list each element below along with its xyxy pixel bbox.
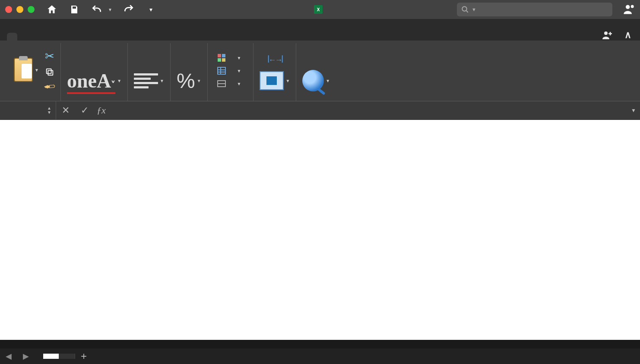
- clipboard-group: ▼ ✂ 🖌: [8, 43, 61, 101]
- sheet-tab-evaluation-warning[interactable]: [59, 354, 75, 359]
- titlebar: ▼ ▾ X ▼: [0, 0, 640, 19]
- close-window-button[interactable]: [5, 6, 12, 13]
- cells-button[interactable]: ▼: [260, 66, 290, 95]
- tab-data[interactable]: [132, 33, 143, 41]
- tab-formulas[interactable]: [107, 33, 117, 41]
- redo-icon[interactable]: [123, 3, 135, 16]
- chevron-down-icon: ▼: [237, 82, 241, 86]
- tab-draw[interactable]: [57, 33, 67, 41]
- svg-rect-10: [218, 67, 225, 74]
- svg-rect-4: [48, 70, 53, 75]
- svg-rect-5: [47, 69, 51, 73]
- svg-rect-7: [222, 54, 225, 57]
- alignment-button[interactable]: ▼: [134, 66, 164, 95]
- search-icon: [461, 6, 469, 13]
- svg-point-1: [626, 5, 630, 9]
- add-sheet-button[interactable]: +: [75, 350, 92, 362]
- formula-bar: ▲▼ ✕ ✓ ƒx ▼: [0, 101, 640, 120]
- chevron-down-icon[interactable]: ▼: [47, 110, 51, 115]
- undo-icon[interactable]: [91, 3, 103, 16]
- search-input[interactable]: [479, 4, 608, 15]
- svg-point-3: [604, 31, 608, 35]
- format-as-table-button[interactable]: ▼: [216, 66, 241, 76]
- alignment-group: ▼: [128, 43, 171, 101]
- svg-point-2: [631, 5, 634, 8]
- sheet-tab-sheet1[interactable]: [43, 354, 59, 359]
- fullscreen-window-button[interactable]: [28, 6, 35, 13]
- number-group: %▼: [171, 43, 208, 101]
- sheet-tab-bar: ◀ ▶ +: [0, 348, 640, 364]
- customize-toolbar-icon[interactable]: ▾: [145, 3, 157, 16]
- paste-button[interactable]: ▼: [14, 56, 39, 84]
- ribbon: ▼ ✂ 🖌 oneA˅▼ ▼ %▼ ▼: [0, 41, 640, 101]
- editing-button[interactable]: ▼: [302, 66, 330, 95]
- cut-icon[interactable]: ✂: [45, 50, 54, 63]
- styles-group: ▼ ▼ ▼: [208, 43, 254, 101]
- save-icon[interactable]: [68, 3, 80, 16]
- account-icon[interactable]: [623, 3, 635, 16]
- sheet-nav-prev[interactable]: ◀: [0, 351, 17, 361]
- tab-insert[interactable]: [32, 33, 42, 41]
- home-icon[interactable]: [46, 3, 58, 16]
- search-box[interactable]: ▼: [457, 3, 612, 16]
- chevron-down-icon: ▼: [237, 56, 241, 60]
- font-group: oneA˅▼: [61, 43, 128, 101]
- undo-dropdown-icon[interactable]: ▼: [108, 7, 112, 12]
- chevron-down-icon: ▼: [237, 69, 241, 73]
- accept-formula-button[interactable]: ✓: [75, 105, 94, 116]
- autofit-icon: ꟾ←→ꟾ: [267, 55, 282, 65]
- name-box[interactable]: ▲▼: [0, 101, 56, 119]
- svg-rect-8: [218, 58, 221, 62]
- cells-group: ꟾ←→ꟾ ▼: [253, 43, 296, 101]
- tab-page-layout[interactable]: [82, 33, 92, 41]
- editing-group: ▼: [296, 43, 336, 101]
- collapse-ribbon-icon[interactable]: ∧: [624, 29, 631, 41]
- copy-icon[interactable]: [45, 67, 54, 77]
- tab-home[interactable]: [7, 33, 17, 41]
- search-dropdown-icon[interactable]: ▼: [472, 7, 476, 12]
- excel-file-icon: X: [314, 5, 323, 14]
- svg-rect-9: [222, 58, 225, 62]
- cell-styles-button[interactable]: ▼: [216, 78, 241, 89]
- expand-formula-bar-icon[interactable]: ▼: [627, 107, 640, 113]
- cancel-formula-button[interactable]: ✕: [56, 105, 75, 116]
- fx-icon[interactable]: ƒx: [94, 105, 108, 116]
- window-controls: [5, 6, 35, 13]
- format-painter-icon[interactable]: 🖌: [42, 79, 57, 94]
- conditional-formatting-button[interactable]: ▼: [216, 53, 241, 63]
- tab-review[interactable]: [157, 33, 168, 41]
- svg-rect-6: [218, 54, 221, 57]
- ribbon-tabs: ∧: [0, 19, 640, 41]
- document-title: X: [314, 5, 326, 14]
- share-button[interactable]: [602, 30, 616, 40]
- formula-input[interactable]: [108, 101, 627, 119]
- number-button[interactable]: %▼: [177, 66, 201, 95]
- minimize-window-button[interactable]: [16, 6, 23, 13]
- svg-point-0: [462, 6, 467, 11]
- tab-view[interactable]: [182, 33, 193, 41]
- font-button[interactable]: oneA˅▼: [67, 66, 121, 95]
- spreadsheet-grid: [0, 120, 640, 340]
- sheet-nav-next[interactable]: ▶: [17, 351, 35, 361]
